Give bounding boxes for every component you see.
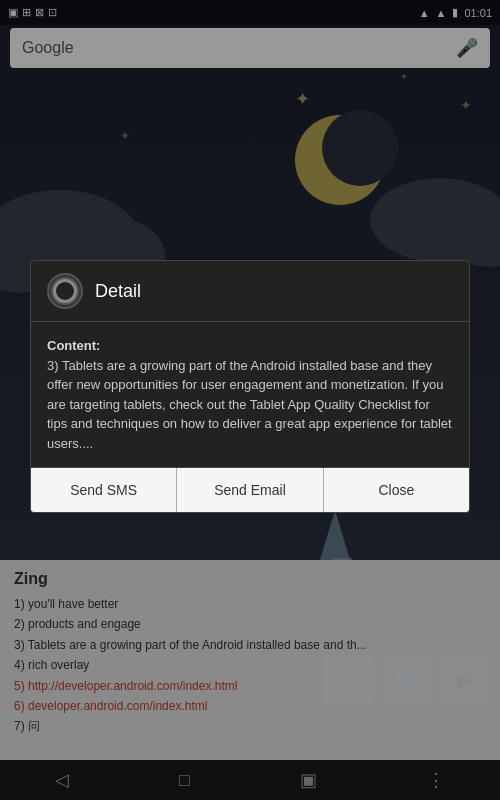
send-sms-button[interactable]: Send SMS (31, 468, 177, 512)
dialog-buttons: Send SMS Send Email Close (31, 467, 469, 512)
send-email-button[interactable]: Send Email (177, 468, 323, 512)
close-button[interactable]: Close (324, 468, 469, 512)
dialog-icon (47, 273, 83, 309)
detail-dialog: Detail Content: 3) Tablets are a growing… (30, 260, 470, 513)
dialog-header: Detail (31, 261, 469, 322)
dialog-title: Detail (95, 281, 141, 302)
content-text: 3) Tablets are a growing part of the And… (47, 358, 452, 451)
dialog-overlay: Detail Content: 3) Tablets are a growing… (0, 0, 500, 800)
content-label: Content: (47, 338, 100, 353)
dialog-body: Content: 3) Tablets are a growing part o… (31, 322, 469, 467)
